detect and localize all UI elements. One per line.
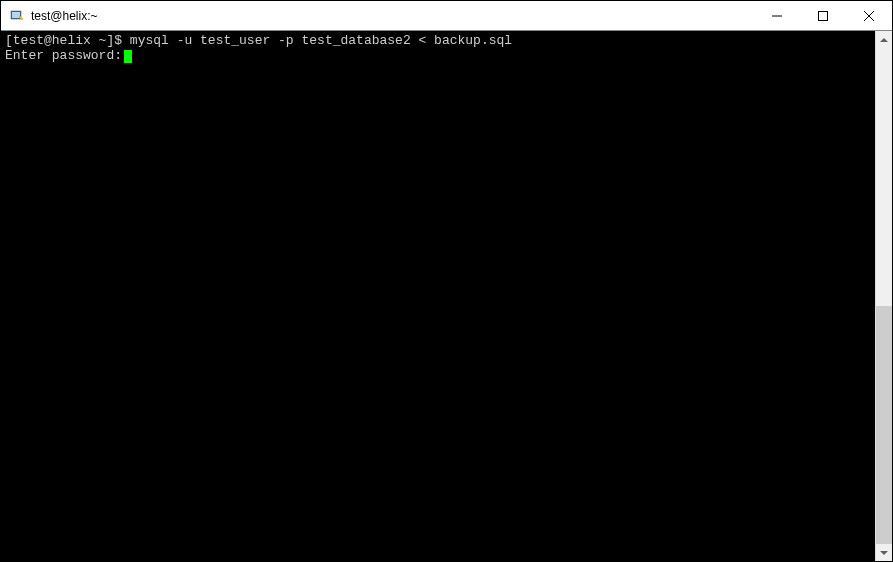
terminal[interactable]: [test@helix ~]$ mysql -u test_user -p te… [1,31,875,561]
terminal-line: Enter password: [5,48,871,63]
vertical-scrollbar[interactable] [875,31,892,561]
password-prompt: Enter password: [5,48,122,63]
terminal-cursor [124,50,132,63]
window-titlebar: test@helix:~ [1,1,892,31]
window-title: test@helix:~ [31,9,754,23]
svg-rect-3 [819,11,828,20]
window-controls [754,1,892,30]
terminal-container: [test@helix ~]$ mysql -u test_user -p te… [1,31,892,561]
command-text: mysql -u test_user -p test_database2 < b… [130,33,512,48]
shell-prompt: [test@helix ~]$ [5,33,122,48]
scroll-up-arrow[interactable] [876,31,892,48]
minimize-button[interactable] [754,1,800,30]
scroll-down-arrow[interactable] [876,544,892,561]
scroll-track[interactable] [876,48,892,544]
close-button[interactable] [846,1,892,30]
scroll-thumb[interactable] [876,306,892,544]
putty-icon [9,8,25,24]
terminal-line: [test@helix ~]$ mysql -u test_user -p te… [5,33,871,48]
maximize-button[interactable] [800,1,846,30]
